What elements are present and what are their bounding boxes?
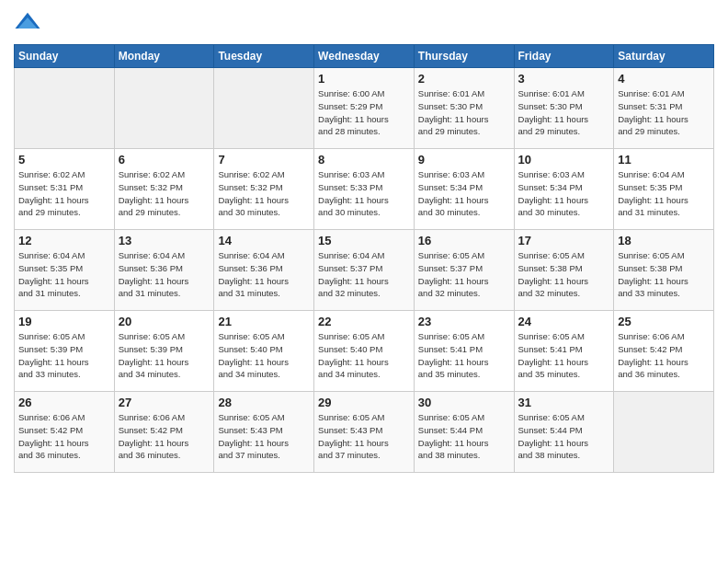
calendar-header-row: SundayMondayTuesdayWednesdayThursdayFrid… [15, 45, 714, 68]
day-info: Sunrise: 6:02 AM Sunset: 5:31 PM Dayligh… [18, 168, 110, 219]
day-of-week-header: Sunday [15, 45, 115, 68]
calendar-day-cell: 9Sunrise: 6:03 AM Sunset: 5:34 PM Daylig… [414, 149, 514, 230]
day-info: Sunrise: 6:00 AM Sunset: 5:29 PM Dayligh… [318, 87, 410, 138]
day-info: Sunrise: 6:05 AM Sunset: 5:40 PM Dayligh… [318, 330, 410, 381]
day-info: Sunrise: 6:04 AM Sunset: 5:36 PM Dayligh… [119, 249, 210, 300]
day-info: Sunrise: 6:03 AM Sunset: 5:33 PM Dayligh… [318, 168, 410, 219]
calendar-day-cell: 4Sunrise: 6:01 AM Sunset: 5:31 PM Daylig… [614, 68, 714, 149]
day-info: Sunrise: 6:04 AM Sunset: 5:37 PM Dayligh… [318, 249, 410, 300]
day-info: Sunrise: 6:03 AM Sunset: 5:34 PM Dayligh… [518, 168, 610, 219]
day-of-week-header: Monday [114, 45, 214, 68]
day-of-week-header: Friday [514, 45, 614, 68]
calendar-day-cell: 28Sunrise: 6:05 AM Sunset: 5:43 PM Dayli… [214, 392, 314, 473]
day-info: Sunrise: 6:06 AM Sunset: 5:42 PM Dayligh… [119, 411, 210, 462]
calendar-day-cell [214, 68, 314, 149]
day-number: 24 [518, 315, 610, 328]
day-info: Sunrise: 6:01 AM Sunset: 5:31 PM Dayligh… [618, 87, 710, 138]
day-info: Sunrise: 6:05 AM Sunset: 5:38 PM Dayligh… [618, 249, 710, 300]
day-number: 5 [18, 153, 110, 167]
day-number: 21 [218, 315, 310, 328]
calendar-day-cell: 13Sunrise: 6:04 AM Sunset: 5:36 PM Dayli… [114, 230, 214, 311]
day-number: 4 [618, 72, 710, 86]
day-info: Sunrise: 6:05 AM Sunset: 5:41 PM Dayligh… [518, 330, 610, 381]
calendar-week-row: 12Sunrise: 6:04 AM Sunset: 5:35 PM Dayli… [15, 230, 714, 311]
calendar-day-cell: 2Sunrise: 6:01 AM Sunset: 5:30 PM Daylig… [414, 68, 514, 149]
day-info: Sunrise: 6:05 AM Sunset: 5:43 PM Dayligh… [218, 411, 310, 462]
calendar-day-cell: 7Sunrise: 6:02 AM Sunset: 5:32 PM Daylig… [214, 149, 314, 230]
calendar-day-cell: 17Sunrise: 6:05 AM Sunset: 5:38 PM Dayli… [514, 230, 614, 311]
day-number: 16 [418, 234, 510, 247]
calendar-week-row: 19Sunrise: 6:05 AM Sunset: 5:39 PM Dayli… [15, 311, 714, 392]
calendar-day-cell: 3Sunrise: 6:01 AM Sunset: 5:30 PM Daylig… [514, 68, 614, 149]
calendar-week-row: 26Sunrise: 6:06 AM Sunset: 5:42 PM Dayli… [15, 392, 714, 473]
day-number: 30 [418, 396, 510, 409]
day-info: Sunrise: 6:02 AM Sunset: 5:32 PM Dayligh… [218, 168, 310, 219]
day-number: 8 [318, 153, 410, 167]
day-info: Sunrise: 6:05 AM Sunset: 5:41 PM Dayligh… [418, 330, 510, 381]
calendar-day-cell: 1Sunrise: 6:00 AM Sunset: 5:29 PM Daylig… [314, 68, 415, 149]
day-of-week-header: Wednesday [314, 45, 415, 68]
day-info: Sunrise: 6:06 AM Sunset: 5:42 PM Dayligh… [18, 411, 110, 462]
day-number: 15 [318, 234, 410, 247]
calendar-day-cell [114, 68, 214, 149]
day-info: Sunrise: 6:05 AM Sunset: 5:37 PM Dayligh… [418, 249, 510, 300]
calendar-day-cell: 30Sunrise: 6:05 AM Sunset: 5:44 PM Dayli… [414, 392, 514, 473]
calendar-day-cell: 19Sunrise: 6:05 AM Sunset: 5:39 PM Dayli… [15, 311, 115, 392]
calendar-day-cell: 16Sunrise: 6:05 AM Sunset: 5:37 PM Dayli… [414, 230, 514, 311]
day-number: 14 [218, 234, 310, 247]
day-info: Sunrise: 6:05 AM Sunset: 5:40 PM Dayligh… [218, 330, 310, 381]
calendar-day-cell: 26Sunrise: 6:06 AM Sunset: 5:42 PM Dayli… [15, 392, 115, 473]
calendar-day-cell: 15Sunrise: 6:04 AM Sunset: 5:37 PM Dayli… [314, 230, 415, 311]
day-info: Sunrise: 6:05 AM Sunset: 5:39 PM Dayligh… [18, 330, 110, 381]
calendar-day-cell: 18Sunrise: 6:05 AM Sunset: 5:38 PM Dayli… [614, 230, 714, 311]
day-info: Sunrise: 6:05 AM Sunset: 5:38 PM Dayligh… [518, 249, 610, 300]
calendar-day-cell: 24Sunrise: 6:05 AM Sunset: 5:41 PM Dayli… [514, 311, 614, 392]
page-header [14, 9, 714, 37]
day-number: 13 [119, 234, 210, 247]
day-number: 29 [318, 396, 410, 409]
day-of-week-header: Tuesday [214, 45, 314, 68]
day-number: 3 [518, 72, 610, 86]
day-info: Sunrise: 6:05 AM Sunset: 5:44 PM Dayligh… [418, 411, 510, 462]
day-info: Sunrise: 6:04 AM Sunset: 5:35 PM Dayligh… [18, 249, 110, 300]
day-info: Sunrise: 6:02 AM Sunset: 5:32 PM Dayligh… [119, 168, 210, 219]
day-info: Sunrise: 6:06 AM Sunset: 5:42 PM Dayligh… [618, 330, 710, 381]
day-info: Sunrise: 6:04 AM Sunset: 5:35 PM Dayligh… [618, 168, 710, 219]
day-info: Sunrise: 6:05 AM Sunset: 5:39 PM Dayligh… [119, 330, 210, 381]
calendar-day-cell: 23Sunrise: 6:05 AM Sunset: 5:41 PM Dayli… [414, 311, 514, 392]
day-number: 27 [119, 396, 210, 409]
calendar-day-cell: 10Sunrise: 6:03 AM Sunset: 5:34 PM Dayli… [514, 149, 614, 230]
logo [14, 9, 45, 37]
calendar-table: SundayMondayTuesdayWednesdayThursdayFrid… [14, 44, 714, 473]
day-info: Sunrise: 6:01 AM Sunset: 5:30 PM Dayligh… [418, 87, 510, 138]
calendar-day-cell: 21Sunrise: 6:05 AM Sunset: 5:40 PM Dayli… [214, 311, 314, 392]
calendar-day-cell: 5Sunrise: 6:02 AM Sunset: 5:31 PM Daylig… [15, 149, 115, 230]
calendar-day-cell [614, 392, 714, 473]
day-of-week-header: Thursday [414, 45, 514, 68]
day-number: 18 [618, 234, 710, 247]
day-number: 9 [418, 153, 510, 167]
calendar-day-cell: 8Sunrise: 6:03 AM Sunset: 5:33 PM Daylig… [314, 149, 415, 230]
day-number: 6 [119, 153, 210, 167]
calendar-day-cell: 22Sunrise: 6:05 AM Sunset: 5:40 PM Dayli… [314, 311, 415, 392]
day-number: 31 [518, 396, 610, 409]
day-number: 10 [518, 153, 610, 167]
day-number: 19 [18, 315, 110, 328]
calendar-day-cell: 31Sunrise: 6:05 AM Sunset: 5:44 PM Dayli… [514, 392, 614, 473]
logo-icon [14, 9, 41, 37]
day-number: 25 [618, 315, 710, 328]
calendar-day-cell: 6Sunrise: 6:02 AM Sunset: 5:32 PM Daylig… [114, 149, 214, 230]
day-info: Sunrise: 6:05 AM Sunset: 5:44 PM Dayligh… [518, 411, 610, 462]
day-number: 17 [518, 234, 610, 247]
day-number: 11 [618, 153, 710, 167]
calendar-day-cell [15, 68, 115, 149]
calendar-week-row: 5Sunrise: 6:02 AM Sunset: 5:31 PM Daylig… [15, 149, 714, 230]
calendar-day-cell: 29Sunrise: 6:05 AM Sunset: 5:43 PM Dayli… [314, 392, 415, 473]
day-number: 12 [18, 234, 110, 247]
day-info: Sunrise: 6:04 AM Sunset: 5:36 PM Dayligh… [218, 249, 310, 300]
day-number: 26 [18, 396, 110, 409]
day-info: Sunrise: 6:01 AM Sunset: 5:30 PM Dayligh… [518, 87, 610, 138]
day-number: 22 [318, 315, 410, 328]
calendar-week-row: 1Sunrise: 6:00 AM Sunset: 5:29 PM Daylig… [15, 68, 714, 149]
calendar-day-cell: 25Sunrise: 6:06 AM Sunset: 5:42 PM Dayli… [614, 311, 714, 392]
